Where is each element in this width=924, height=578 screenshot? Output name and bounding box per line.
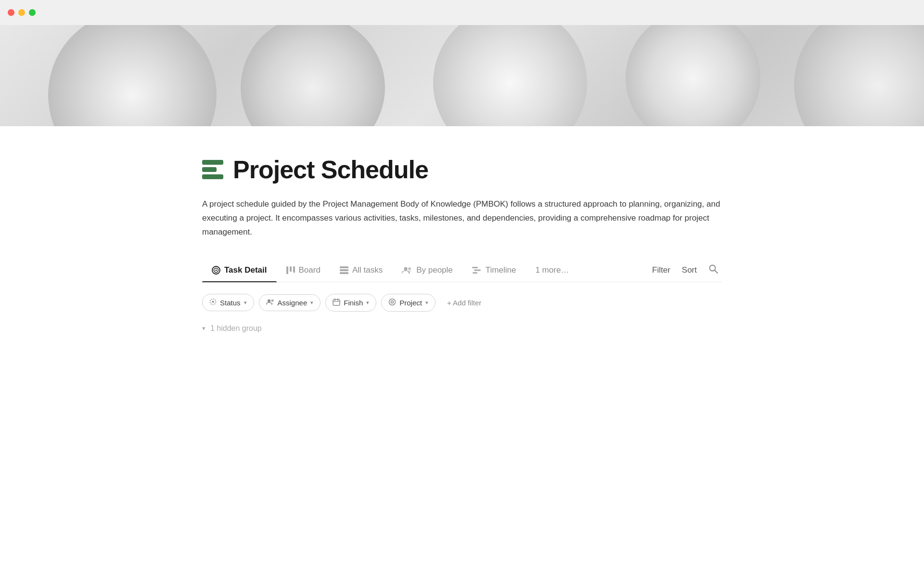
page-title: Project Schedule — [233, 155, 428, 184]
tabs-row: Task Detail Board — [202, 259, 722, 282]
tabs-left: Task Detail Board — [202, 259, 578, 282]
tab-by-people-label: By people — [416, 265, 453, 275]
page-description: A project schedule guided by the Project… — [202, 197, 722, 239]
tabs-container: Task Detail Board — [202, 259, 722, 282]
add-filter-button[interactable]: + Add filter — [440, 295, 488, 311]
svg-point-2 — [216, 269, 217, 271]
sort-label: Sort — [682, 265, 697, 275]
svg-point-14 — [710, 265, 716, 271]
page-content: Project Schedule A project schedule guid… — [125, 126, 799, 357]
filters-area: Status ▾ Assignee ▾ — [202, 282, 722, 319]
icon-bar-wide — [202, 160, 223, 165]
svg-point-10 — [408, 267, 411, 270]
svg-rect-5 — [293, 266, 295, 273]
svg-point-9 — [404, 267, 408, 270]
titlebar — [0, 0, 924, 25]
svg-rect-4 — [290, 266, 292, 272]
minimize-button[interactable] — [18, 9, 25, 16]
svg-point-18 — [268, 299, 270, 302]
tab-by-people[interactable]: By people — [392, 259, 462, 282]
svg-rect-20 — [333, 300, 340, 305]
svg-rect-11 — [472, 267, 478, 268]
filter-project[interactable]: Project ▾ — [381, 294, 436, 312]
tab-board-label: Board — [299, 265, 321, 275]
tab-timeline-label: Timeline — [486, 265, 516, 275]
tab-board[interactable]: Board — [277, 259, 330, 282]
hidden-group-label: 1 hidden group — [210, 324, 262, 333]
sort-button[interactable]: Sort — [682, 265, 697, 275]
page-header: Project Schedule — [202, 155, 722, 184]
assignee-filter-label: Assignee — [278, 299, 308, 307]
tab-all-tasks[interactable]: All tasks — [330, 259, 392, 282]
status-chevron-icon: ▾ — [244, 300, 247, 306]
project-filter-label: Project — [399, 299, 422, 307]
toolbar: Filter Sort — [652, 264, 722, 276]
people-icon — [402, 266, 412, 274]
status-icon — [209, 298, 217, 307]
search-button[interactable] — [708, 264, 718, 276]
tab-all-tasks-label: All tasks — [352, 265, 383, 275]
status-filter-label: Status — [220, 299, 241, 307]
filter-status[interactable]: Status ▾ — [202, 294, 254, 311]
svg-line-15 — [715, 271, 718, 274]
tab-task-detail-label: Task Detail — [224, 265, 267, 275]
project-chevron-icon: ▾ — [425, 300, 428, 306]
finish-chevron-icon: ▾ — [366, 300, 369, 306]
filter-label: Filter — [652, 265, 670, 275]
svg-rect-12 — [474, 269, 481, 271]
filter-finish[interactable]: Finish ▾ — [325, 294, 376, 312]
target-icon — [212, 266, 220, 275]
filter-assignee[interactable]: Assignee ▾ — [259, 294, 321, 311]
assignee-chevron-icon: ▾ — [310, 300, 313, 306]
svg-point-24 — [389, 299, 396, 305]
svg-rect-3 — [286, 266, 288, 274]
icon-bar-wide-2 — [202, 174, 223, 179]
timeline-icon — [472, 266, 482, 274]
search-icon — [708, 264, 718, 276]
cover-image — [0, 25, 924, 126]
filter-button[interactable]: Filter — [652, 265, 670, 275]
add-filter-label: + Add filter — [447, 299, 481, 307]
tab-timeline[interactable]: Timeline — [462, 259, 526, 282]
assignee-icon — [266, 299, 274, 307]
tab-more[interactable]: 1 more… — [526, 259, 578, 282]
svg-rect-8 — [340, 272, 348, 274]
svg-rect-13 — [473, 272, 477, 274]
page-icon — [202, 160, 223, 179]
board-icon — [286, 266, 295, 274]
tab-task-detail[interactable]: Task Detail — [202, 259, 277, 282]
svg-rect-7 — [340, 269, 348, 271]
chevron-down-icon: ▾ — [202, 325, 205, 332]
finish-filter-label: Finish — [344, 299, 363, 307]
svg-point-25 — [391, 301, 394, 303]
svg-point-17 — [212, 301, 214, 303]
project-icon — [388, 298, 396, 307]
close-button[interactable] — [8, 9, 14, 16]
maximize-button[interactable] — [29, 9, 36, 16]
table-icon — [340, 266, 348, 274]
hidden-group-row[interactable]: ▾ 1 hidden group — [202, 319, 722, 338]
finish-icon — [333, 298, 340, 307]
tab-more-label: 1 more… — [535, 265, 569, 275]
svg-point-19 — [271, 299, 273, 302]
icon-bar-narrow — [202, 167, 217, 172]
svg-rect-6 — [340, 266, 348, 268]
